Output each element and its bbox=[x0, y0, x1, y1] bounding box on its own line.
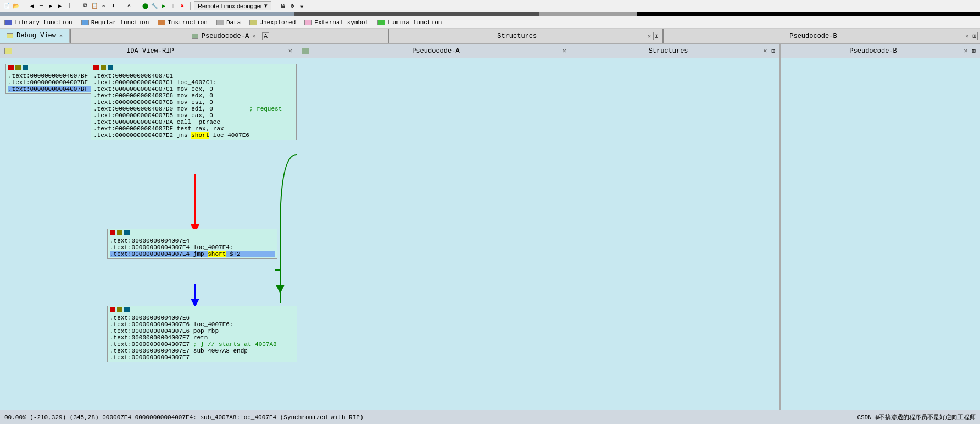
legend-lumina-label: Lumina function bbox=[387, 19, 442, 26]
open-icon[interactable]: 📂 bbox=[12, 2, 20, 10]
legend-regular: Regular function bbox=[81, 19, 149, 26]
structures-expand[interactable]: ⊞ bbox=[771, 47, 775, 54]
legend-unexplored-label: Unexplored bbox=[259, 19, 296, 26]
paste-icon[interactable]: 📋 bbox=[90, 2, 99, 10]
star-icon[interactable]: ★ bbox=[297, 2, 306, 10]
structures-title: Structures bbox=[576, 47, 761, 55]
pseudo-b-close[interactable]: ✕ bbox=[965, 33, 968, 40]
pseudo-a-tab-icon bbox=[192, 34, 198, 39]
a-indicator: A bbox=[262, 32, 269, 40]
structures-panel: Structures ✕ ⊞ bbox=[571, 44, 780, 410]
sep5 bbox=[190, 2, 191, 10]
nav-tools: ◀ — ▶ ▶ | bbox=[27, 2, 74, 10]
text-icon[interactable]: A bbox=[125, 2, 133, 10]
node1-icon1 bbox=[8, 65, 14, 70]
status-bar: 00.00% (-210,329) (345,28) 000007E4 0000… bbox=[0, 410, 980, 424]
legend-lumina: Lumina function bbox=[377, 19, 442, 26]
tab-pseudocode-b[interactable]: Pseudocode-B bbox=[664, 29, 964, 43]
regular-color bbox=[81, 20, 89, 25]
node4-icon1 bbox=[110, 307, 115, 312]
build-icon[interactable]: 🔧 bbox=[150, 2, 159, 10]
lumina-color bbox=[377, 20, 385, 25]
pseudo-b-content[interactable] bbox=[781, 58, 980, 410]
node1-icon2 bbox=[15, 65, 21, 70]
forward2-icon[interactable]: ▶ bbox=[55, 2, 64, 10]
node3-header bbox=[110, 230, 275, 236]
remote-debugger-button[interactable]: Remote Linux debugger ▾ bbox=[194, 1, 271, 10]
debug-view-close[interactable]: ✕ bbox=[59, 32, 63, 39]
legend-data-label: Data bbox=[226, 19, 241, 26]
tab-pseudocode-a[interactable]: Pseudocode-A ✕ bbox=[187, 29, 260, 43]
ida-panel: IDA View-RIP ✕ .text:00000000004007BF .t… bbox=[0, 44, 297, 410]
stop-icon[interactable]: ✖ bbox=[178, 2, 187, 10]
sep1 bbox=[24, 2, 24, 10]
pipe-icon: | bbox=[65, 2, 74, 10]
pseudo-b-panel-close[interactable]: ✕ bbox=[964, 47, 967, 55]
pseudo-b-expand-btn[interactable]: ⊞ bbox=[972, 47, 976, 54]
node4-line5: .text:00000000004007E7 ; } // starts at … bbox=[110, 341, 297, 348]
pseudo-b-header: Pseudocode-B ✕ ⊞ bbox=[781, 44, 980, 58]
node3-icon2 bbox=[117, 230, 122, 235]
node2-line4: .text:00000000004007C6 mov edx, 0 bbox=[93, 92, 294, 99]
remote-debugger-label: Remote Linux debugger bbox=[198, 3, 262, 9]
node2-line7: .text:00000000004007D5 mov eax, 0 bbox=[93, 112, 294, 119]
node2-line3: .text:00000000004007C1 mov ecx, 0 bbox=[93, 86, 294, 92]
settings-icon[interactable]: ⚙ bbox=[288, 2, 297, 10]
ida-icon bbox=[4, 48, 12, 54]
pseudo-a-content[interactable] bbox=[297, 58, 571, 410]
debug-view-label: Debug View bbox=[16, 32, 56, 40]
legend-regular-label: Regular function bbox=[91, 19, 149, 26]
edit-tools: ⧉ 📋 ✂ ⬇ bbox=[81, 2, 118, 10]
pseudo-a-panel-close[interactable]: ✕ bbox=[563, 47, 566, 55]
cut-icon[interactable]: ✂ bbox=[99, 2, 108, 10]
structures-panel-close[interactable]: ✕ bbox=[763, 47, 767, 55]
pseudo-b-icons: ✕ ⊞ bbox=[963, 29, 980, 43]
structures-content[interactable] bbox=[571, 58, 779, 410]
unexplored-color bbox=[249, 20, 257, 25]
asm-node-2: .text:00000000004007C1 .text:00000000004… bbox=[91, 64, 297, 140]
legend-bar: Library function Regular function Instru… bbox=[0, 16, 980, 29]
data-color bbox=[216, 20, 224, 25]
tab-structures[interactable]: Structures bbox=[389, 29, 645, 43]
new-icon[interactable]: 📄 bbox=[2, 2, 11, 10]
legend-external-label: External symbol bbox=[314, 19, 369, 26]
tab-debug-view[interactable]: Debug View ✕ bbox=[0, 29, 70, 43]
main-tab-bar: Debug View ✕ Pseudocode-A ✕ A Structures… bbox=[0, 29, 980, 44]
node2-icon3 bbox=[108, 65, 113, 70]
back-icon[interactable]: ◀ bbox=[27, 2, 36, 10]
green-dot-icon[interactable]: ⬤ bbox=[141, 2, 149, 10]
node4-icon2 bbox=[117, 307, 122, 312]
node2-line9: .text:00000000004007DF test rax, rax bbox=[93, 125, 294, 132]
ida-panel-content[interactable]: .text:00000000004007BF .text:00000000004… bbox=[0, 58, 297, 410]
pseudocode-a-label: Pseudocode-A bbox=[202, 32, 249, 40]
structures-header: Structures ✕ ⊞ bbox=[571, 44, 779, 58]
pause-icon[interactable]: ⏸ bbox=[169, 2, 177, 10]
legend-instruction: Instruction bbox=[158, 19, 208, 26]
pseudo-b-panel: Pseudocode-B ✕ ⊞ bbox=[780, 44, 980, 410]
structures-close-area: ✕ ⊞ bbox=[645, 29, 662, 43]
pseudo-a-title: Pseudocode-A bbox=[311, 47, 560, 55]
legend-library-label: Library function bbox=[14, 19, 73, 26]
ida-title: IDA View-RIP bbox=[14, 47, 286, 55]
pseudo-b-title: Pseudocode-B bbox=[785, 47, 961, 55]
pseudo-a-panel: Pseudocode-A ✕ bbox=[297, 44, 571, 410]
legend-external: External symbol bbox=[304, 19, 369, 26]
run-icon[interactable]: ▶ bbox=[159, 2, 168, 10]
monitor-icon[interactable]: 🖥 bbox=[279, 2, 287, 10]
structures-close[interactable]: ✕ bbox=[648, 33, 651, 40]
forward-icon[interactable]: ▶ bbox=[46, 2, 55, 10]
tab-icon-a[interactable]: A bbox=[260, 29, 271, 43]
mini-map bbox=[0, 12, 980, 16]
pseudo-b-expand[interactable]: ⊞ bbox=[971, 32, 978, 40]
node2-icon1 bbox=[93, 65, 99, 70]
external-color bbox=[304, 20, 312, 25]
node2-icon2 bbox=[101, 65, 106, 70]
expand-icon[interactable]: ⊞ bbox=[653, 32, 660, 40]
node2-line1: .text:00000000004007C1 bbox=[93, 73, 294, 79]
legend-data: Data bbox=[216, 19, 241, 26]
copy-icon[interactable]: ⧉ bbox=[81, 2, 90, 10]
structures-label: Structures bbox=[497, 32, 537, 40]
download-icon[interactable]: ⬇ bbox=[109, 2, 118, 10]
ida-close[interactable]: ✕ bbox=[288, 47, 292, 55]
pseudo-a-close[interactable]: ✕ bbox=[252, 33, 255, 40]
